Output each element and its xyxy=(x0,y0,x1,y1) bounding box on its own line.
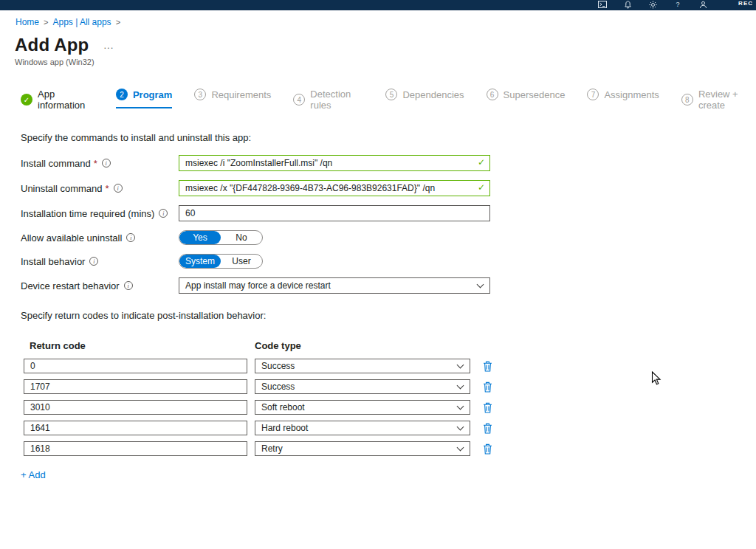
step-number-badge: 2 xyxy=(116,89,128,100)
chevron-down-icon xyxy=(457,423,464,430)
uninstall-command-input[interactable] xyxy=(179,180,490,196)
step-app-information[interactable]: App information xyxy=(21,89,94,117)
installation-time-input[interactable] xyxy=(179,205,490,221)
device-restart-behavior-select[interactable]: App install may force a device restart xyxy=(179,277,490,294)
return-code-input[interactable] xyxy=(24,441,247,456)
settings-gear-icon[interactable] xyxy=(648,1,657,10)
delete-row-button[interactable] xyxy=(481,421,494,435)
device-restart-behavior-label: Device restart behavior xyxy=(21,280,120,291)
step-assignments[interactable]: 7 Assignments xyxy=(587,89,659,107)
code-type-select[interactable]: Retry xyxy=(255,441,470,456)
step-dependencies[interactable]: 5 Dependencies xyxy=(385,89,464,107)
step-supersedence[interactable]: 6 Supersedence xyxy=(487,89,566,107)
check-icon xyxy=(21,94,32,106)
wizard-steps: App information 2 Program 3 Requirements… xyxy=(21,89,756,117)
toggle-option-user[interactable]: User xyxy=(221,255,262,268)
required-marker: * xyxy=(106,183,109,194)
info-icon[interactable] xyxy=(89,257,98,266)
installation-time-row: Installation time required (mins) xyxy=(21,205,756,221)
return-code-row: Soft reboot xyxy=(24,400,756,415)
breadcrumb: Home > Apps | All apps > xyxy=(16,17,756,27)
toggle-option-no[interactable]: No xyxy=(221,231,262,244)
return-code-input[interactable] xyxy=(24,359,247,373)
uninstall-command-row: Uninstall command * xyxy=(21,180,756,196)
delete-row-button[interactable] xyxy=(481,442,494,455)
return-codes-headers: Return code Code type xyxy=(30,340,756,351)
info-icon[interactable] xyxy=(102,159,111,168)
step-number-badge: 7 xyxy=(587,89,599,100)
toggle-option-yes[interactable]: Yes xyxy=(179,231,221,244)
step-number-badge: 5 xyxy=(385,89,397,100)
selected-value: Success xyxy=(261,361,295,371)
help-icon[interactable]: ? xyxy=(673,1,682,10)
step-detection-rules[interactable]: 4 Detection rules xyxy=(293,89,363,117)
step-number-badge: 3 xyxy=(194,89,206,100)
person-account-icon[interactable] xyxy=(698,1,707,10)
trash-icon xyxy=(483,361,492,372)
install-command-input[interactable] xyxy=(179,155,490,171)
return-code-column-header: Return code xyxy=(30,340,255,351)
breadcrumb-separator: > xyxy=(44,18,48,27)
install-command-label: Install command xyxy=(21,158,91,169)
step-label: Detection rules xyxy=(310,89,363,111)
device-restart-behavior-row: Device restart behavior App install may … xyxy=(21,277,756,294)
return-code-input[interactable] xyxy=(24,400,247,415)
info-icon[interactable] xyxy=(126,233,135,242)
step-label: Supersedence xyxy=(504,89,566,100)
more-options-button[interactable]: ... xyxy=(103,40,114,51)
return-codes-intro-text: Specify return codes to indicate post-in… xyxy=(21,310,756,321)
delete-row-button[interactable] xyxy=(481,380,494,393)
code-type-select[interactable]: Soft reboot xyxy=(255,400,470,415)
code-type-select[interactable]: Success xyxy=(255,379,470,394)
return-code-row: Hard reboot xyxy=(24,421,756,435)
breadcrumb-apps-all-apps[interactable]: Apps | All apps xyxy=(52,17,111,27)
info-icon[interactable] xyxy=(114,184,123,193)
toggle-option-system[interactable]: System xyxy=(179,255,221,268)
installation-time-label: Installation time required (mins) xyxy=(21,208,154,219)
step-label: Assignments xyxy=(604,89,659,100)
step-requirements[interactable]: 3 Requirements xyxy=(194,89,271,107)
chevron-down-icon xyxy=(457,402,464,410)
allow-available-uninstall-label: Allow available uninstall xyxy=(21,232,122,244)
topbar-icons: ? xyxy=(598,1,707,10)
step-number-badge: 8 xyxy=(681,94,693,106)
selected-value: Soft reboot xyxy=(261,402,305,412)
install-behavior-row: Install behavior System User xyxy=(21,254,756,269)
page-title: Add App xyxy=(15,35,89,55)
cloud-shell-icon[interactable] xyxy=(598,1,607,10)
return-code-input[interactable] xyxy=(24,421,247,435)
return-code-input[interactable] xyxy=(24,379,247,394)
valid-check-icon xyxy=(478,157,485,168)
selected-value: Success xyxy=(261,381,295,392)
chevron-down-icon xyxy=(457,443,464,451)
add-return-code-button[interactable]: + Add xyxy=(21,469,46,480)
azure-topbar: ? REC xyxy=(0,0,756,10)
chevron-down-icon xyxy=(477,280,484,288)
code-type-select[interactable]: Hard reboot xyxy=(255,421,470,435)
step-label: Dependencies xyxy=(402,89,464,100)
step-label: App information xyxy=(38,89,94,111)
step-number-badge: 6 xyxy=(487,89,498,100)
info-icon[interactable] xyxy=(124,281,133,290)
notifications-bell-icon[interactable] xyxy=(623,1,632,10)
step-label: Program xyxy=(133,89,172,100)
required-marker: * xyxy=(94,158,97,169)
code-type-select[interactable]: Success xyxy=(255,359,470,373)
delete-row-button[interactable] xyxy=(481,359,494,373)
install-command-row: Install command * xyxy=(21,155,756,171)
breadcrumb-home[interactable]: Home xyxy=(16,17,39,27)
delete-row-button[interactable] xyxy=(481,401,494,414)
commands-intro-text: Specify the commands to install and unin… xyxy=(21,132,756,143)
install-behavior-toggle: System User xyxy=(179,254,263,269)
valid-check-icon xyxy=(478,182,485,193)
chevron-down-icon xyxy=(457,381,464,389)
allow-available-uninstall-row: Allow available uninstall Yes No xyxy=(21,230,756,245)
step-number-badge: 4 xyxy=(293,94,305,106)
allow-available-uninstall-toggle: Yes No xyxy=(179,230,263,245)
info-icon[interactable] xyxy=(159,209,168,218)
step-program[interactable]: 2 Program xyxy=(116,89,172,108)
step-review-create[interactable]: 8 Review + create xyxy=(681,89,756,117)
return-code-row: Retry xyxy=(24,441,756,456)
return-codes-table: Success Success Soft reboot xyxy=(24,359,756,456)
recording-indicator: REC xyxy=(738,0,753,7)
